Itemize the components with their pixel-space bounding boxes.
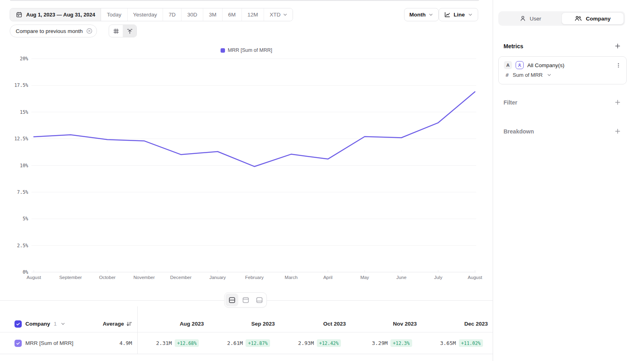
x-axis-label: February	[245, 275, 264, 280]
chevron-down-icon	[428, 12, 433, 17]
chevron-down-icon	[468, 12, 473, 17]
metric-card-main: A All Company(s)	[504, 61, 622, 69]
toggle-company[interactable]: Company	[561, 12, 624, 25]
grid-overlay-button[interactable]	[109, 25, 123, 37]
average-value: 4.9M	[120, 340, 132, 346]
company-entity-icon	[516, 61, 524, 69]
y-axis-label: 2.5%	[17, 243, 28, 248]
add-breakdown-button[interactable]	[613, 127, 622, 135]
users-icon	[574, 15, 582, 22]
range-button-12m[interactable]: 12M	[242, 8, 264, 21]
aggregation-label: Sum of MRR	[513, 72, 543, 78]
comparison-display-toggle	[109, 25, 137, 37]
breakdown-label: Breakdown	[504, 128, 534, 135]
metric-cell: 2.31M+12.68%	[138, 339, 208, 347]
y-axis-label: 12.5%	[14, 136, 28, 142]
column-header-oct-2023[interactable]: Oct 2023	[280, 321, 351, 327]
column-header-sep-2023[interactable]: Sep 2023	[208, 321, 279, 327]
layout-chart-only-button[interactable]	[239, 293, 252, 306]
column-header-nov-2023[interactable]: Nov 2023	[351, 321, 421, 327]
chart-type-select[interactable]: Line	[439, 8, 478, 21]
x-axis-label: September	[59, 275, 82, 280]
grid-icon	[113, 28, 120, 35]
select-all-checkbox[interactable]	[14, 320, 22, 328]
metric-entity-name: All Company(s)	[527, 62, 564, 68]
column-header-aug-2023[interactable]: Aug 2023	[138, 321, 208, 327]
metric-options-button[interactable]	[615, 62, 622, 69]
cell-value: 3.29M	[372, 340, 388, 346]
sort-icon	[126, 321, 132, 327]
x-axis-label: March	[285, 275, 297, 280]
layout-table-only-button[interactable]	[253, 293, 266, 306]
group-count: 1	[54, 321, 57, 327]
range-button-7d[interactable]: 7D	[163, 8, 182, 21]
x-axis-label: April	[323, 275, 332, 280]
granularity-select[interactable]: Month	[404, 8, 439, 21]
chevron-down-icon	[547, 72, 552, 78]
table-header-row: Company 1 Average Aug 2023Sep 2023Oct 20…	[0, 316, 493, 332]
group-column-label[interactable]: Company	[25, 321, 50, 327]
layout-bottom-icon	[256, 296, 263, 304]
table-header-left: Company 1 Average	[0, 320, 138, 328]
x-axis-label: May	[360, 275, 369, 280]
range-button-3m[interactable]: 3M	[203, 8, 223, 21]
range-button-yesterday[interactable]: Yesterday	[128, 8, 163, 21]
add-metric-button[interactable]	[613, 42, 622, 50]
y-axis-label: 15%	[20, 109, 28, 115]
cell-value: 3.65M	[440, 340, 456, 346]
metric-cell: 3.29M+12.3%	[351, 339, 421, 347]
toggle-company-label: Company	[586, 16, 611, 22]
column-header-dec-2023[interactable]: Dec 2023	[422, 321, 493, 327]
chart-type-label: Line	[454, 12, 465, 18]
toggle-user[interactable]: User	[500, 12, 561, 25]
metric-cell: 3.65M+11.02%	[422, 339, 493, 347]
granularity-label: Month	[409, 12, 425, 18]
compare-chip[interactable]: Compare to previous month	[10, 25, 97, 37]
range-button-today[interactable]: Today	[101, 8, 127, 21]
row-checkbox[interactable]	[14, 340, 22, 347]
remove-comparison-icon[interactable]	[86, 28, 93, 34]
range-button-30d[interactable]: 30D	[182, 8, 203, 21]
arrow-up-from-line-icon	[126, 28, 133, 35]
average-label: Average	[103, 321, 124, 327]
cell-value: 2.31M	[156, 340, 172, 346]
chevron-down-icon[interactable]	[60, 321, 66, 326]
toggle-user-label: User	[530, 16, 541, 22]
arrow-overlay-button[interactable]	[123, 25, 136, 37]
range-button-6m[interactable]: 6M	[223, 8, 242, 21]
x-axis-label: August	[468, 275, 483, 280]
month-value-cells: 2.31M+12.68%2.61M+12.87%2.93M+12.42%3.29…	[138, 339, 493, 347]
date-range-label: Aug 1, 2023 — Aug 31, 2024	[26, 12, 95, 18]
x-axis-label: January	[209, 275, 226, 280]
xtd-button[interactable]: XTD	[264, 8, 293, 21]
analytics-report-page: Aug 1, 2023 — Aug 31, 2024 TodayYesterda…	[0, 0, 644, 361]
xtd-label: XTD	[270, 12, 281, 18]
metric-cell: 2.61M+12.87%	[208, 339, 279, 347]
cell-value: 2.93M	[298, 340, 314, 346]
y-axis-label: 7.5%	[17, 189, 28, 195]
table-divider	[0, 354, 493, 354]
date-range-button[interactable]: Aug 1, 2023 — Aug 31, 2024	[10, 8, 101, 21]
table-column-divider	[137, 306, 138, 354]
y-axis-label: 17.5%	[14, 82, 28, 88]
x-axis-label: November	[133, 275, 155, 280]
layout-switcher	[224, 292, 267, 308]
metric-cell: 2.93M+12.42%	[280, 339, 351, 347]
kebab-icon	[615, 62, 621, 68]
filter-section: Filter	[504, 98, 622, 107]
change-badge: +12.87%	[246, 339, 270, 347]
layout-split-button[interactable]	[225, 293, 238, 306]
x-axis-label: October	[99, 275, 116, 280]
add-filter-button[interactable]	[613, 98, 622, 107]
month-column-headers: Aug 2023Sep 2023Oct 2023Nov 2023Dec 2023	[138, 321, 493, 327]
y-axis-label: 0%	[23, 269, 28, 275]
filter-label: Filter	[504, 99, 517, 106]
date-range-toolbar: Aug 1, 2023 — Aug 31, 2024 TodayYesterda…	[10, 8, 293, 21]
mrr-series-line	[34, 92, 475, 166]
cell-value: 2.61M	[227, 340, 243, 346]
change-badge: +12.42%	[317, 339, 341, 347]
metric-card[interactable]: A All Company(s) # Sum of MRR	[498, 56, 627, 84]
average-column-header[interactable]: Average	[103, 321, 132, 327]
y-axis-label: 10%	[20, 163, 28, 168]
aggregation-select[interactable]: # Sum of MRR	[504, 72, 622, 78]
